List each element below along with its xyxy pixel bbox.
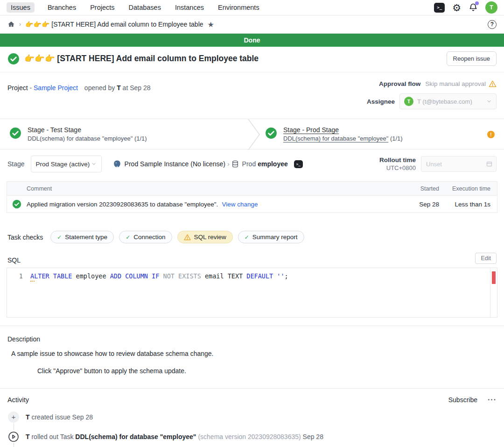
activity-item-created: + T created issue Sep 28: [7, 411, 497, 423]
chevron-down-icon: [486, 99, 492, 104]
check-label: Connection: [133, 234, 165, 241]
sql-token: email TEXT: [205, 271, 246, 281]
calendar-icon: [486, 160, 493, 167]
nav-tab-projects[interactable]: Projects: [89, 2, 115, 13]
activity-item-rollout: T rolled out Task DDL(schema) for databa…: [7, 430, 497, 443]
gear-icon[interactable]: ⚙: [452, 3, 461, 13]
issue-title: 👉👉👉 [START HERE] Add email column to Emp…: [24, 54, 259, 64]
col-header-comment: Comment: [27, 185, 406, 192]
assignee-select[interactable]: T T (t@bytebase.com): [399, 93, 497, 109]
stage-select-value: Prod Stage (active): [36, 161, 90, 168]
activity-section: Activity Subscribe ··· + T created issue…: [0, 388, 504, 447]
check-label: SQL review: [194, 234, 226, 241]
activity-actor: T: [26, 433, 30, 440]
help-icon[interactable]: ?: [488, 20, 497, 29]
check-success-icon: ✓: [126, 234, 130, 241]
stage-prod-title: Stage - Prod Stage: [283, 126, 403, 134]
col-header-started: Started: [406, 185, 439, 192]
warning-triangle-icon: [489, 80, 497, 87]
check-sql-review[interactable]: SQL review: [177, 231, 233, 243]
sql-section-label: SQL: [7, 256, 21, 264]
issue-title-row: 👉👉👉 [START HERE] Add email column to Emp…: [0, 47, 504, 72]
sql-token: ;: [285, 271, 288, 281]
description-line: Click "Approve" button to apply the sche…: [37, 367, 497, 375]
stage-separator-chevron: [247, 119, 261, 150]
stage-test-check-icon: [9, 127, 21, 141]
sql-token: DEFAULT: [246, 271, 277, 281]
check-connection[interactable]: ✓ Connection: [119, 231, 172, 243]
plus-icon: +: [7, 412, 20, 423]
warning-triangle-icon: [184, 234, 191, 241]
rollout-time-input[interactable]: [421, 156, 497, 172]
star-icon[interactable]: ★: [208, 20, 214, 29]
view-change-link[interactable]: View change: [222, 201, 258, 208]
approval-flow-label: Approval flow: [379, 80, 420, 87]
bell-icon[interactable]: [469, 3, 478, 12]
project-dash: -: [29, 84, 32, 92]
check-label: Summary report: [252, 234, 298, 241]
task-run-started: Sep 28: [406, 201, 439, 208]
stage-test[interactable]: Stage - Test Stage DDL(schema) for datab…: [0, 119, 248, 149]
activity-task: DDL(schema) for database "employee": [75, 433, 196, 440]
assignee-label: Assignee: [367, 98, 395, 105]
user-avatar[interactable]: T: [485, 1, 497, 14]
description-line: A sample issue to showcase how to review…: [11, 350, 497, 357]
sql-edit-button[interactable]: Edit: [475, 253, 497, 264]
activity-version: (schema version 20230928083635): [198, 433, 301, 440]
stage-prod-check-icon: [265, 127, 277, 141]
sql-editor-icon[interactable]: >_: [434, 3, 445, 13]
task-run-execution-time: Less than 1s: [439, 201, 497, 208]
check-statement-type[interactable]: ✓ Statement type: [50, 231, 114, 243]
check-success-icon: ✓: [57, 234, 62, 241]
nav-tab-branches[interactable]: Branches: [47, 2, 77, 13]
project-link[interactable]: Sample Project: [34, 84, 78, 92]
issue-meta: Project - Sample Project opened by T at …: [0, 72, 504, 119]
activity-time: Sep 28: [303, 433, 323, 440]
nav-tab-environments[interactable]: Environments: [217, 2, 260, 13]
database-link[interactable]: employee: [258, 160, 288, 168]
home-icon[interactable]: [7, 21, 15, 28]
approval-flow-value: Skip manual approval: [425, 80, 497, 87]
stage-select[interactable]: Prod Stage (active): [31, 156, 102, 172]
db-breadcrumb-separator: ›: [227, 160, 230, 168]
postgres-icon: [113, 160, 121, 168]
chevron-down-icon: [91, 161, 97, 167]
sql-code-line: 1 ALTER TABLE employee ADD COLUMN IF NOT…: [7, 271, 497, 281]
activity-text: created issue Sep 28: [31, 413, 93, 421]
stage-attention-icon: !: [487, 131, 495, 138]
instance-link[interactable]: Prod Sample Instance (No license): [125, 160, 225, 168]
breadcrumb-title: 👉👉👉 [START HERE] Add email column to Emp…: [25, 21, 203, 28]
line-number: 1: [7, 271, 23, 281]
breadcrumb-separator: ›: [19, 21, 21, 28]
check-label: Statement type: [65, 234, 107, 241]
subscribe-button[interactable]: Subscribe: [448, 396, 477, 404]
sql-editor: 1 ALTER TABLE employee ADD COLUMN IF NOT…: [7, 268, 497, 318]
opened-pre: opened by: [84, 84, 115, 92]
activity-actor: T: [26, 413, 30, 421]
assignee-row: Assignee T T (t@bytebase.com): [367, 93, 497, 109]
task-run-table: Comment Started Execution time Applied m…: [7, 181, 497, 213]
nav-tab-instances[interactable]: Instances: [174, 2, 205, 13]
task-run-row[interactable]: Applied migration version 20230928083635…: [7, 196, 497, 213]
rollout-timezone: UTC+0800: [379, 164, 416, 171]
nav-tab-issues[interactable]: Issues: [7, 2, 35, 13]
play-circle-icon: [7, 431, 20, 442]
stage-pipeline: Stage - Test Stage DDL(schema) for datab…: [0, 119, 504, 149]
notification-dot: [475, 1, 479, 5]
more-menu-icon[interactable]: ···: [488, 396, 497, 404]
description-section: Description A sample issue to showcase h…: [0, 326, 504, 375]
nav-tab-databases[interactable]: Databases: [128, 2, 162, 13]
description-label: Description: [7, 335, 497, 343]
reopen-issue-button[interactable]: Reopen issue: [447, 51, 497, 66]
issue-done-check-icon: [7, 53, 20, 65]
activity-timeline: + T created issue Sep 28 T rolled out Ta…: [7, 411, 497, 447]
stage-test-subtitle: DDL(schema) for database "employee" (1/1…: [28, 135, 147, 142]
assignee-value: T (t@bytebase.com): [417, 98, 483, 105]
check-summary-report[interactable]: ✓ Summary report: [238, 231, 304, 243]
status-banner: Done: [0, 34, 504, 47]
stage-prod[interactable]: Stage - Prod Stage DDL(schema) for datab…: [248, 119, 504, 149]
task-checks-label: Task checks: [7, 234, 43, 241]
top-nav: Issues Branches Projects Databases Insta…: [0, 0, 504, 15]
open-sql-editor-icon[interactable]: >_: [294, 160, 303, 168]
approval-flow-text: Skip manual approval: [425, 80, 486, 87]
